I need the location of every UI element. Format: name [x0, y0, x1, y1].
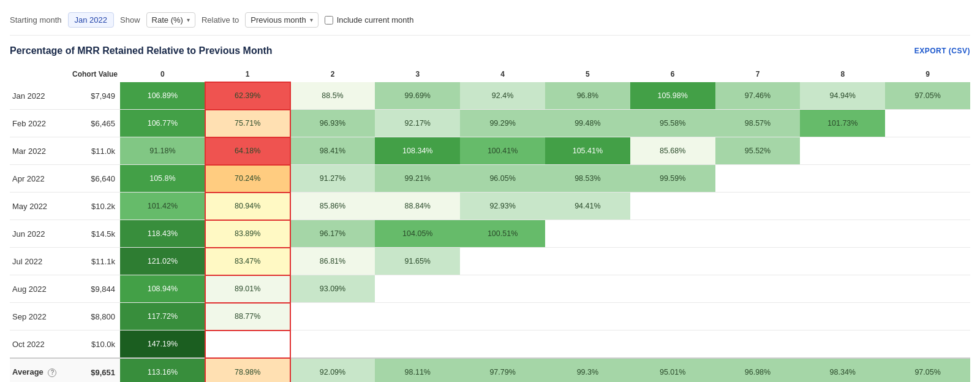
table-row: Apr 2022$6,640105.8%70.24%91.27%99.21%96…	[10, 165, 970, 193]
data-cell: 99.69%	[375, 82, 460, 110]
data-cell	[885, 220, 970, 248]
include-current-month-container[interactable]: Include current month	[325, 15, 414, 25]
data-cell: 94.94%	[800, 82, 885, 110]
data-cell	[460, 275, 545, 303]
data-cell: 88.77%	[205, 303, 290, 330]
data-cell: 99.59%	[630, 165, 715, 193]
cohort-value-cell: $11.1k	[65, 248, 120, 275]
data-cell: 147.19%	[120, 330, 205, 359]
data-cell: 92.17%	[375, 110, 460, 137]
relative-to-label: Relative to	[202, 15, 239, 25]
data-cell: 101.42%	[120, 193, 205, 220]
data-cell	[885, 165, 970, 193]
data-cell	[885, 248, 970, 275]
table-row: Jan 2022$7,949106.89%62.39%88.5%99.69%92…	[10, 82, 970, 110]
data-cell	[800, 303, 885, 330]
data-cell: 98.57%	[715, 110, 801, 137]
data-cell: 105.8%	[120, 165, 205, 193]
data-cell: 98.41%	[290, 137, 375, 165]
data-cell: 101.73%	[800, 110, 885, 137]
starting-month-label: Starting month	[10, 15, 62, 25]
table-header-row: Cohort Value 0 1 2 3 4 5 6 7 8 9	[10, 66, 970, 82]
data-cell: 104.05%	[375, 220, 460, 248]
data-cell	[630, 193, 715, 220]
cohort-value-cell: $7,949	[65, 82, 120, 110]
row-label: May 2022	[10, 193, 65, 220]
header-col-1: 1	[205, 66, 290, 82]
data-cell: 94.41%	[545, 193, 630, 220]
data-cell	[630, 248, 715, 275]
cohort-value-cell: $14.5k	[65, 220, 120, 248]
data-cell: 118.43%	[120, 220, 205, 248]
data-cell: 89.01%	[205, 275, 290, 303]
data-cell	[290, 330, 375, 359]
help-icon[interactable]: ?	[48, 369, 56, 377]
data-cell	[800, 193, 885, 220]
cohort-value-cell: $9,844	[65, 275, 120, 303]
cohort-value-cell: $10.0k	[65, 330, 120, 359]
average-cell: 97.79%	[460, 358, 545, 382]
row-label: Sep 2022	[10, 303, 65, 330]
data-cell: 106.77%	[120, 110, 205, 137]
data-cell: 99.21%	[375, 165, 460, 193]
data-cell: 108.34%	[375, 137, 460, 165]
row-label: Aug 2022	[10, 275, 65, 303]
data-cell: 88.84%	[375, 193, 460, 220]
show-label: Show	[120, 15, 140, 25]
table-row: Aug 2022$9,844108.94%89.01%93.09%	[10, 275, 970, 303]
table-row: Mar 2022$11.0k91.18%64.18%98.41%108.34%1…	[10, 137, 970, 165]
starting-month-value[interactable]: Jan 2022	[68, 12, 115, 28]
header-col-9: 9	[885, 66, 970, 82]
table-row: Feb 2022$6,465106.77%75.71%96.93%92.17%9…	[10, 110, 970, 137]
data-cell	[460, 248, 545, 275]
row-label: Feb 2022	[10, 110, 65, 137]
data-cell: 62.39%	[205, 82, 290, 110]
header-col-0: 0	[120, 66, 205, 82]
data-cell	[715, 330, 801, 359]
data-cell	[545, 248, 630, 275]
rate-dropdown[interactable]: Rate (%) ▾	[146, 12, 195, 28]
data-cell: 92.4%	[460, 82, 545, 110]
export-csv-button[interactable]: EXPORT (CSV)	[914, 47, 970, 55]
data-cell	[885, 110, 970, 137]
data-cell	[375, 303, 460, 330]
cohort-table: Cohort Value 0 1 2 3 4 5 6 7 8 9 Jan 202…	[10, 66, 970, 382]
include-current-month-checkbox[interactable]	[325, 16, 333, 25]
data-cell	[460, 303, 545, 330]
header-col-2: 2	[290, 66, 375, 82]
data-cell	[545, 275, 630, 303]
row-label: Apr 2022	[10, 165, 65, 193]
data-cell: 96.17%	[290, 220, 375, 248]
table-row: May 2022$10.2k101.42%80.94%85.86%88.84%9…	[10, 193, 970, 220]
data-cell	[205, 330, 290, 359]
data-cell: 86.81%	[290, 248, 375, 275]
table-row: Sep 2022$8,800117.72%88.77%	[10, 303, 970, 330]
header-col-6: 6	[630, 66, 715, 82]
data-cell	[290, 303, 375, 330]
average-cell: 99.3%	[545, 358, 630, 382]
data-cell: 99.29%	[460, 110, 545, 137]
data-cell: 105.98%	[630, 82, 715, 110]
data-cell	[715, 303, 801, 330]
header-col-3: 3	[375, 66, 460, 82]
data-cell	[630, 275, 715, 303]
row-label: Jan 2022	[10, 82, 65, 110]
header-col-8: 8	[800, 66, 885, 82]
chevron-down-icon-2: ▾	[310, 17, 313, 23]
data-cell: 95.52%	[715, 137, 801, 165]
data-cell	[715, 165, 801, 193]
data-cell	[375, 330, 460, 359]
data-cell: 83.89%	[205, 220, 290, 248]
data-cell: 106.89%	[120, 82, 205, 110]
data-cell	[885, 330, 970, 359]
data-cell	[715, 275, 801, 303]
data-cell: 100.51%	[460, 220, 545, 248]
average-cell: 113.16%	[120, 358, 205, 382]
data-cell: 91.65%	[375, 248, 460, 275]
data-cell: 97.05%	[885, 82, 970, 110]
data-cell: 80.94%	[205, 193, 290, 220]
relative-to-dropdown-label: Previous month	[251, 15, 306, 25]
data-cell: 92.93%	[460, 193, 545, 220]
average-cell: 97.05%	[885, 358, 970, 382]
relative-to-dropdown[interactable]: Previous month ▾	[245, 12, 318, 28]
